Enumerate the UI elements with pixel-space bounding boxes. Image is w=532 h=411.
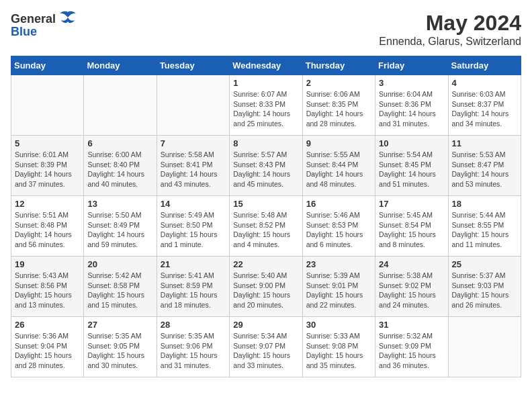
cell-info: Sunrise: 5:51 AM Sunset: 8:48 PM Dayligh… <box>15 210 80 250</box>
logo-text: General <box>11 12 56 26</box>
cell-info: Sunrise: 5:49 AM Sunset: 8:50 PM Dayligh… <box>161 210 226 250</box>
table-row: 3Sunrise: 6:04 AM Sunset: 8:36 PM Daylig… <box>375 75 448 136</box>
cell-info: Sunrise: 6:00 AM Sunset: 8:40 PM Dayligh… <box>87 150 152 189</box>
cell-info: Sunrise: 5:42 AM Sunset: 8:58 PM Dayligh… <box>87 271 152 310</box>
cell-info: Sunrise: 6:04 AM Sunset: 8:36 PM Dayligh… <box>379 89 444 129</box>
day-number: 23 <box>306 259 371 269</box>
day-number: 6 <box>87 138 152 148</box>
day-number: 10 <box>379 138 444 148</box>
table-row: 24Sunrise: 5:38 AM Sunset: 9:02 PM Dayli… <box>375 257 448 317</box>
logo-bird-icon <box>58 11 77 28</box>
table-row: 1Sunrise: 6:07 AM Sunset: 8:33 PM Daylig… <box>230 75 302 136</box>
table-row <box>448 317 521 377</box>
table-row: 13Sunrise: 5:50 AM Sunset: 8:49 PM Dayli… <box>84 196 157 257</box>
cell-info: Sunrise: 5:46 AM Sunset: 8:53 PM Dayligh… <box>306 210 371 250</box>
location: Ennenda, Glarus, Switzerland <box>379 36 521 48</box>
day-number: 30 <box>306 320 371 330</box>
table-row: 4Sunrise: 6:03 AM Sunset: 8:37 PM Daylig… <box>448 75 521 136</box>
day-number: 18 <box>452 199 517 209</box>
table-row: 6Sunrise: 6:00 AM Sunset: 8:40 PM Daylig… <box>84 136 157 196</box>
table-row: 22Sunrise: 5:40 AM Sunset: 9:00 PM Dayli… <box>230 257 302 317</box>
table-row: 18Sunrise: 5:44 AM Sunset: 8:55 PM Dayli… <box>448 196 521 257</box>
day-number: 2 <box>306 78 371 88</box>
table-row: 7Sunrise: 5:58 AM Sunset: 8:41 PM Daylig… <box>157 136 229 196</box>
day-number: 31 <box>379 320 444 330</box>
logo-blue-text: Blue <box>11 25 37 39</box>
header-friday: Friday <box>375 56 448 75</box>
cell-info: Sunrise: 6:07 AM Sunset: 8:33 PM Dayligh… <box>233 89 298 129</box>
day-number: 17 <box>379 199 444 209</box>
table-row: 2Sunrise: 6:06 AM Sunset: 8:35 PM Daylig… <box>302 75 375 136</box>
day-number: 19 <box>15 259 80 269</box>
cell-info: Sunrise: 5:58 AM Sunset: 8:41 PM Dayligh… <box>161 150 226 189</box>
day-number: 7 <box>161 138 226 148</box>
cell-info: Sunrise: 5:32 AM Sunset: 9:09 PM Dayligh… <box>379 331 444 371</box>
table-row: 14Sunrise: 5:49 AM Sunset: 8:50 PM Dayli… <box>157 196 229 257</box>
cell-info: Sunrise: 5:35 AM Sunset: 9:05 PM Dayligh… <box>87 331 152 371</box>
header-tuesday: Tuesday <box>157 56 229 75</box>
week-row-3: 12Sunrise: 5:51 AM Sunset: 8:48 PM Dayli… <box>11 196 521 257</box>
day-number: 28 <box>161 320 226 330</box>
header-saturday: Saturday <box>448 56 521 75</box>
day-number: 9 <box>306 138 371 148</box>
day-number: 20 <box>87 259 152 269</box>
week-row-5: 26Sunrise: 5:36 AM Sunset: 9:04 PM Dayli… <box>11 317 521 377</box>
cell-info: Sunrise: 5:33 AM Sunset: 9:08 PM Dayligh… <box>306 331 371 371</box>
table-row: 25Sunrise: 5:37 AM Sunset: 9:03 PM Dayli… <box>448 257 521 317</box>
header-monday: Monday <box>84 56 157 75</box>
day-number: 25 <box>452 259 517 269</box>
calendar-table: Sunday Monday Tuesday Wednesday Thursday… <box>11 56 521 377</box>
table-row: 11Sunrise: 5:53 AM Sunset: 8:47 PM Dayli… <box>448 136 521 196</box>
table-row: 23Sunrise: 5:39 AM Sunset: 9:01 PM Dayli… <box>302 257 375 317</box>
cell-info: Sunrise: 5:40 AM Sunset: 9:00 PM Dayligh… <box>233 271 298 310</box>
week-row-2: 5Sunrise: 6:01 AM Sunset: 8:39 PM Daylig… <box>11 136 521 196</box>
table-row: 28Sunrise: 5:35 AM Sunset: 9:06 PM Dayli… <box>157 317 229 377</box>
table-row <box>157 75 229 136</box>
day-number: 1 <box>233 78 298 88</box>
day-number: 22 <box>233 259 298 269</box>
cell-info: Sunrise: 5:35 AM Sunset: 9:06 PM Dayligh… <box>161 331 226 371</box>
cell-info: Sunrise: 5:43 AM Sunset: 8:56 PM Dayligh… <box>15 271 80 310</box>
cell-info: Sunrise: 5:50 AM Sunset: 8:49 PM Dayligh… <box>87 210 152 250</box>
cell-info: Sunrise: 5:54 AM Sunset: 8:45 PM Dayligh… <box>379 150 444 189</box>
table-row <box>84 75 157 136</box>
header-sunday: Sunday <box>11 56 84 75</box>
day-number: 5 <box>15 138 80 148</box>
table-row: 26Sunrise: 5:36 AM Sunset: 9:04 PM Dayli… <box>11 317 84 377</box>
logo: General Blue <box>11 11 77 39</box>
cell-info: Sunrise: 5:55 AM Sunset: 8:44 PM Dayligh… <box>306 150 371 189</box>
table-row: 21Sunrise: 5:41 AM Sunset: 8:59 PM Dayli… <box>157 257 229 317</box>
table-row: 19Sunrise: 5:43 AM Sunset: 8:56 PM Dayli… <box>11 257 84 317</box>
week-row-4: 19Sunrise: 5:43 AM Sunset: 8:56 PM Dayli… <box>11 257 521 317</box>
day-number: 24 <box>379 259 444 269</box>
table-row: 31Sunrise: 5:32 AM Sunset: 9:09 PM Dayli… <box>375 317 448 377</box>
day-number: 21 <box>161 259 226 269</box>
day-number: 15 <box>233 199 298 209</box>
table-row <box>11 75 84 136</box>
day-number: 16 <box>306 199 371 209</box>
header: General Blue May 2024 Ennenda, Glarus, S… <box>11 11 521 48</box>
header-thursday: Thursday <box>302 56 375 75</box>
cell-info: Sunrise: 5:57 AM Sunset: 8:43 PM Dayligh… <box>233 150 298 189</box>
day-number: 11 <box>452 138 517 148</box>
week-row-1: 1Sunrise: 6:07 AM Sunset: 8:33 PM Daylig… <box>11 75 521 136</box>
table-row: 17Sunrise: 5:45 AM Sunset: 8:54 PM Dayli… <box>375 196 448 257</box>
day-number: 8 <box>233 138 298 148</box>
title-area: May 2024 Ennenda, Glarus, Switzerland <box>379 11 521 48</box>
cell-info: Sunrise: 6:06 AM Sunset: 8:35 PM Dayligh… <box>306 89 371 129</box>
table-row: 8Sunrise: 5:57 AM Sunset: 8:43 PM Daylig… <box>230 136 302 196</box>
cell-info: Sunrise: 5:48 AM Sunset: 8:52 PM Dayligh… <box>233 210 298 250</box>
day-number: 14 <box>161 199 226 209</box>
cell-info: Sunrise: 5:37 AM Sunset: 9:03 PM Dayligh… <box>452 271 517 310</box>
header-wednesday: Wednesday <box>230 56 302 75</box>
day-number: 26 <box>15 320 80 330</box>
table-row: 12Sunrise: 5:51 AM Sunset: 8:48 PM Dayli… <box>11 196 84 257</box>
day-number: 13 <box>87 199 152 209</box>
table-row: 20Sunrise: 5:42 AM Sunset: 8:58 PM Dayli… <box>84 257 157 317</box>
table-row: 16Sunrise: 5:46 AM Sunset: 8:53 PM Dayli… <box>302 196 375 257</box>
cell-info: Sunrise: 5:36 AM Sunset: 9:04 PM Dayligh… <box>15 331 80 371</box>
month-year: May 2024 <box>379 11 521 36</box>
cell-info: Sunrise: 6:03 AM Sunset: 8:37 PM Dayligh… <box>452 89 517 129</box>
cell-info: Sunrise: 5:34 AM Sunset: 9:07 PM Dayligh… <box>233 331 298 371</box>
table-row: 5Sunrise: 6:01 AM Sunset: 8:39 PM Daylig… <box>11 136 84 196</box>
